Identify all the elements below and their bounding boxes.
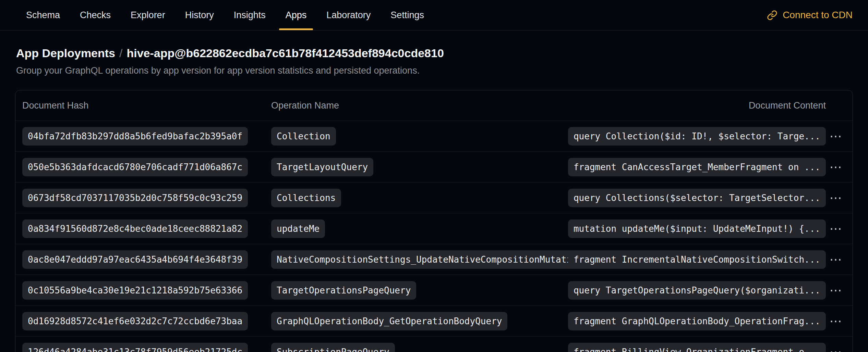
table-row: 04bfa72dfb83b297dd8a5b6fed9bafac2b395a0f… — [15, 121, 853, 151]
document-hash-cell: 04bfa72dfb83b297dd8a5b6fed9bafac2b395a0f — [22, 127, 271, 146]
page-header: App Deployments/hive-app@b622862ecdba7c6… — [0, 30, 868, 76]
row-actions-cell: ⋯ — [826, 346, 846, 352]
document-hash-cell: 126d46a4284abe31c13c78f7959d56eeb21725dc — [22, 343, 271, 352]
nav-tab-label: Laboratory — [326, 10, 371, 21]
row-actions-cell: ⋯ — [826, 192, 846, 204]
document-content-cell: query TargetOperationsPageQuery($organiz… — [568, 281, 826, 300]
nav-tab-insights[interactable]: Insights — [224, 0, 276, 30]
nav-tab-apps[interactable]: Apps — [276, 0, 317, 30]
document-hash-badge: 04bfa72dfb83b297dd8a5b6fed9bafac2b395a0f — [22, 127, 248, 146]
document-content-badge: fragment CanAccessTarget_MemberFragment … — [568, 158, 826, 176]
document-content-badge: fragment IncrementalNativeCompositionSwi… — [568, 250, 826, 269]
row-actions-cell: ⋯ — [826, 284, 846, 297]
operation-name-cell: Collections — [271, 189, 568, 207]
table-body: 04bfa72dfb83b297dd8a5b6fed9bafac2b395a0f… — [15, 121, 853, 352]
nav-tab-label: Settings — [390, 10, 424, 21]
breadcrumb-current-app: hive-app@b622862ecdba7c61b78f412453def89… — [127, 47, 444, 60]
row-menu-button[interactable]: ⋯ — [830, 315, 842, 327]
deployments-table-card: Document Hash Operation Name Document Co… — [15, 90, 853, 352]
document-content-badge: fragment GraphQLOperationBody_OperationF… — [568, 312, 826, 330]
document-hash-badge: 050e5b363dafdcacd6780e706cadf771d06a867c — [22, 158, 248, 176]
operation-name-badge: Collection — [271, 127, 336, 146]
row-actions-cell: ⋯ — [826, 130, 846, 142]
nav-tab-explorer[interactable]: Explorer — [121, 0, 175, 30]
document-content-badge: query TargetOperationsPageQuery($organiz… — [568, 281, 826, 300]
operation-name-badge: TargetLayoutQuery — [271, 158, 373, 176]
nav-tab-label: Insights — [234, 10, 266, 21]
row-menu-button[interactable]: ⋯ — [830, 223, 842, 235]
document-hash-cell: 0d16928d8572c41ef6e032d2c7c72ccbd6e73baa — [22, 312, 271, 330]
document-content-badge: fragment BillingView_OrganizationFragmen… — [568, 343, 826, 352]
operation-name-badge: GraphQLOperationBody_GetOperationBodyQue… — [271, 312, 507, 330]
document-hash-cell: 050e5b363dafdcacd6780e706cadf771d06a867c — [22, 158, 271, 176]
operation-name-badge: TargetOperationsPageQuery — [271, 281, 416, 300]
row-actions-cell: ⋯ — [826, 223, 846, 235]
document-content-cell: fragment CanAccessTarget_MemberFragment … — [568, 158, 826, 176]
page-subtitle: Group your GraphQL operations by app ver… — [16, 65, 852, 76]
table-row: 050e5b363dafdcacd6780e706cadf771d06a867c… — [15, 151, 853, 182]
nav-tab-label: Schema — [26, 10, 60, 21]
table-row: 0a834f91560d872e8c4bec0ade18ceec88821a82… — [15, 213, 853, 244]
row-actions-cell: ⋯ — [826, 253, 846, 266]
document-content-cell: fragment GraphQLOperationBody_OperationF… — [568, 312, 826, 330]
operation-name-badge: Collections — [271, 189, 341, 207]
row-menu-button[interactable]: ⋯ — [830, 253, 842, 266]
document-hash-cell: 0c10556a9be4ca30e19e21c1218a592b75e63366 — [22, 281, 271, 300]
connect-to-cdn-button[interactable]: Connect to CDN — [767, 0, 853, 30]
nav-tab-history[interactable]: History — [175, 0, 224, 30]
document-content-badge: query Collection($id: ID!, $selector: Ta… — [568, 127, 826, 146]
operation-name-cell: TargetOperationsPageQuery — [271, 281, 568, 300]
document-content-badge: query Collections($selector: TargetSelec… — [568, 189, 826, 207]
document-content-cell: mutation updateMe($input: UpdateMeInput!… — [568, 219, 826, 238]
document-hash-cell: 0a834f91560d872e8c4bec0ade18ceec88821a82 — [22, 219, 271, 238]
table-row: 0d16928d8572c41ef6e032d2c7c72ccbd6e73baa… — [15, 305, 853, 336]
table-row: 0c10556a9be4ca30e19e21c1218a592b75e63366… — [15, 275, 853, 305]
document-hash-badge: 0d16928d8572c41ef6e032d2c7c72ccbd6e73baa — [22, 312, 248, 330]
table-row: 0ac8e047eddd97a97eac6435a4b694f4e3648f39… — [15, 244, 853, 275]
link-icon — [767, 10, 777, 21]
row-menu-button[interactable]: ⋯ — [830, 346, 842, 352]
table-header: Document Hash Operation Name Document Co… — [15, 90, 853, 121]
operation-name-cell: TargetLayoutQuery — [271, 158, 568, 176]
connect-to-cdn-label: Connect to CDN — [783, 10, 853, 21]
row-menu-button[interactable]: ⋯ — [830, 161, 842, 173]
row-actions-cell: ⋯ — [826, 315, 846, 327]
operation-name-cell: Collection — [271, 127, 568, 146]
document-hash-badge: 0673df58cd7037117035b2d0c758f59c0c93c259 — [22, 189, 248, 207]
breadcrumb-app-deployments[interactable]: App Deployments — [16, 47, 115, 60]
operation-name-cell: NativeCompositionSettings_UpdateNativeCo… — [271, 250, 568, 269]
row-menu-button[interactable]: ⋯ — [830, 130, 842, 142]
nav-tab-label: Explorer — [131, 10, 165, 21]
document-hash-badge: 0ac8e047eddd97a97eac6435a4b694f4e3648f39 — [22, 250, 248, 269]
table-row: 0673df58cd7037117035b2d0c758f59c0c93c259… — [15, 182, 853, 213]
nav-tab-label: History — [185, 10, 214, 21]
operation-name-cell: SubscriptionPageQuery — [271, 343, 568, 352]
operation-name-cell: GraphQLOperationBody_GetOperationBodyQue… — [271, 312, 568, 330]
breadcrumb-separator: / — [119, 47, 122, 60]
document-content-cell: fragment BillingView_OrganizationFragmen… — [568, 343, 826, 352]
row-actions-cell: ⋯ — [826, 161, 846, 173]
column-header-document-content: Document Content — [749, 100, 826, 111]
document-content-cell: fragment IncrementalNativeCompositionSwi… — [568, 250, 826, 269]
row-menu-button[interactable]: ⋯ — [830, 284, 842, 297]
column-header-operation-name: Operation Name — [271, 100, 749, 111]
nav-tab-checks[interactable]: Checks — [70, 0, 121, 30]
nav-tab-schema[interactable]: Schema — [16, 0, 70, 30]
nav-tab-laboratory[interactable]: Laboratory — [316, 0, 381, 30]
document-hash-badge: 0a834f91560d872e8c4bec0ade18ceec88821a82 — [22, 219, 248, 238]
operation-name-badge: SubscriptionPageQuery — [271, 343, 395, 352]
document-hash-cell: 0673df58cd7037117035b2d0c758f59c0c93c259 — [22, 189, 271, 207]
row-menu-button[interactable]: ⋯ — [830, 192, 842, 204]
table-row: 126d46a4284abe31c13c78f7959d56eeb21725dc… — [15, 336, 853, 352]
column-header-document-hash: Document Hash — [22, 100, 271, 111]
nav-tab-settings[interactable]: Settings — [381, 0, 434, 30]
document-hash-badge: 126d46a4284abe31c13c78f7959d56eeb21725dc — [22, 343, 248, 352]
operation-name-badge: NativeCompositionSettings_UpdateNativeCo… — [271, 250, 588, 269]
breadcrumb: App Deployments/hive-app@b622862ecdba7c6… — [16, 46, 852, 60]
top-navigation: Schema Checks Explorer History Insights … — [0, 0, 868, 30]
document-hash-badge: 0c10556a9be4ca30e19e21c1218a592b75e63366 — [22, 281, 248, 300]
operation-name-cell: updateMe — [271, 219, 568, 238]
document-content-badge: mutation updateMe($input: UpdateMeInput!… — [568, 219, 826, 238]
nav-tab-label: Checks — [80, 10, 111, 21]
nav-tabs: Schema Checks Explorer History Insights … — [16, 0, 434, 30]
